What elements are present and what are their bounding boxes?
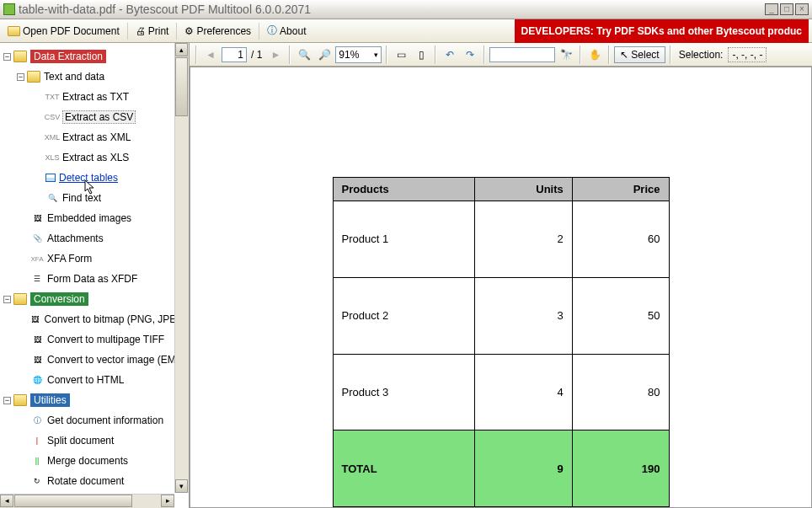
- search-button[interactable]: 🔭: [557, 45, 575, 64]
- search-input[interactable]: [489, 47, 555, 62]
- tree-conversion[interactable]: − Conversion: [2, 289, 187, 309]
- sidebar-vscrollbar[interactable]: ▴ ▾: [174, 43, 189, 493]
- selection-label: Selection:: [676, 49, 727, 61]
- node-label: Extract as XML: [62, 131, 131, 143]
- zoom-select[interactable]: 91% ▾: [335, 46, 382, 63]
- collapse-icon[interactable]: −: [3, 296, 11, 303]
- collapse-icon[interactable]: −: [3, 397, 11, 404]
- developers-banner[interactable]: DEVELOPERS: Try PDF SDKs and other Bytes…: [515, 19, 809, 43]
- cell-units: 2: [474, 201, 572, 278]
- open-pdf-button[interactable]: Open PDF Document: [3, 24, 124, 39]
- fit-page-button[interactable]: ▭: [392, 45, 410, 64]
- table-row: Product 3 4 80: [333, 354, 669, 430]
- tree-attachments[interactable]: 📎 Attachments: [2, 228, 187, 249]
- select-tool-button[interactable]: ↖ Select: [614, 46, 665, 63]
- binoculars-icon: 🔭: [560, 49, 573, 61]
- zoom-out-button[interactable]: 🔍: [295, 45, 313, 64]
- node-label: Convert to multipage TIFF: [47, 334, 164, 345]
- cell-price: 60: [572, 201, 669, 278]
- tree-extract-csv[interactable]: CSV Extract as CSV: [2, 107, 187, 127]
- fit-width-button[interactable]: ▯: [412, 45, 430, 64]
- scroll-up-icon[interactable]: ▴: [175, 43, 188, 56]
- folder-icon: [13, 293, 27, 305]
- app-icon: [3, 3, 15, 15]
- tree-find-text[interactable]: 🔍 Find text: [2, 188, 187, 208]
- node-label: Get document information: [47, 414, 163, 426]
- tree-extract-txt[interactable]: TXT Extract as TXT: [2, 87, 187, 107]
- minimize-button[interactable]: _: [765, 3, 778, 15]
- page-input[interactable]: [222, 47, 247, 62]
- folder-icon: [27, 71, 40, 83]
- tree-conv-html[interactable]: 🌐 Convert to HTML: [2, 370, 187, 390]
- tree-split[interactable]: | Split document: [2, 430, 187, 451]
- tree-xfa-form[interactable]: XFA XFA Form: [2, 249, 187, 269]
- tree-detect-tables[interactable]: Detect tables: [2, 168, 187, 188]
- node-label: Convert to bitmap (PNG, JPEG,: [45, 313, 187, 325]
- collapse-icon[interactable]: −: [17, 73, 24, 81]
- arrow-right-icon: ►: [270, 49, 280, 61]
- node-label: Extract as TXT: [62, 91, 129, 103]
- rotate-ccw-icon: ↶: [446, 49, 454, 61]
- cell-total-price: 190: [572, 430, 669, 507]
- node-label: Split document: [47, 435, 114, 447]
- tree-merge[interactable]: || Merge documents: [2, 451, 187, 471]
- tree-conv-vector[interactable]: 🖼 Convert to vector image (EMF): [2, 350, 187, 370]
- rotate-icon: ↻: [30, 475, 44, 487]
- txt-icon: TXT: [45, 91, 59, 103]
- paperclip-icon: 📎: [30, 233, 44, 244]
- chevron-down-icon: ▾: [374, 51, 378, 59]
- col-price: Price: [572, 178, 669, 201]
- preferences-button[interactable]: ⚙ Preferences: [180, 24, 255, 39]
- node-label: Convert to HTML: [47, 374, 124, 386]
- hand-tool-button[interactable]: ✋: [585, 45, 604, 64]
- next-page-button[interactable]: ►: [266, 45, 285, 64]
- gear-icon: ⚙: [184, 25, 194, 37]
- window-title: table-with-data.pdf - Bytescout PDF Mult…: [19, 3, 311, 16]
- node-label: Rotate document: [47, 475, 124, 487]
- node-label: Merge documents: [47, 455, 128, 467]
- cell-product: Product 1: [333, 201, 474, 278]
- rotate-cw-button[interactable]: ↷: [461, 45, 479, 64]
- collapse-icon[interactable]: −: [3, 53, 11, 61]
- xfa-icon: XFA: [30, 253, 44, 265]
- scroll-left-icon[interactable]: ◂: [0, 495, 13, 507]
- tree-data-extraction[interactable]: − Data Extraction: [2, 46, 187, 67]
- about-button[interactable]: ⓘ About: [263, 22, 310, 40]
- rotate-ccw-button[interactable]: ↶: [441, 45, 459, 64]
- folder-icon: [13, 394, 27, 406]
- cat-label: Data Extraction: [30, 50, 106, 63]
- image-icon: 🖼: [30, 212, 44, 224]
- zoom-in-icon: 🔎: [318, 49, 331, 61]
- maximize-button[interactable]: □: [780, 3, 793, 15]
- rotate-cw-icon: ↷: [466, 49, 474, 61]
- node-label: Attachments: [47, 233, 104, 244]
- close-button[interactable]: ×: [795, 3, 809, 15]
- scroll-thumb[interactable]: [175, 57, 188, 116]
- xls-icon: XLS: [45, 152, 59, 163]
- tree-rotate[interactable]: ↻ Rotate document: [2, 471, 187, 491]
- print-button[interactable]: 🖨 Print: [131, 24, 174, 39]
- node-label: XFA Form: [47, 253, 92, 265]
- tree-embedded-images[interactable]: 🖼 Embedded images: [2, 208, 187, 228]
- document-view[interactable]: Products Units Price Product 1 2 60 Prod…: [190, 67, 812, 508]
- tree-extract-xls[interactable]: XLS Extract as XLS: [2, 147, 187, 168]
- zoom-in-button[interactable]: 🔎: [315, 45, 334, 64]
- scroll-down-icon[interactable]: ▾: [175, 479, 188, 493]
- vector-icon: 🖼: [30, 354, 44, 366]
- tree-extract-xml[interactable]: XML Extract as XML: [2, 127, 187, 147]
- prev-page-button[interactable]: ◄: [201, 45, 220, 64]
- tree-conv-tiff[interactable]: 🖼 Convert to multipage TIFF: [2, 329, 187, 350]
- tree-form-data[interactable]: ☰ Form Data as XFDF: [2, 269, 187, 289]
- tree-text-and-data[interactable]: − Text and data: [2, 67, 187, 87]
- cell-total-label: TOTAL: [333, 430, 474, 507]
- tree-utilities[interactable]: − Utilities: [2, 390, 187, 410]
- scroll-right-icon[interactable]: ▸: [161, 495, 174, 507]
- tree-conv-bitmap[interactable]: 🖼 Convert to bitmap (PNG, JPEG,: [2, 309, 187, 329]
- sidebar-hscrollbar[interactable]: ◂ ▸: [0, 494, 174, 508]
- scroll-thumb[interactable]: [14, 495, 132, 507]
- zoom-value: 91%: [339, 49, 374, 61]
- fit-page-icon: ▭: [397, 49, 406, 61]
- table-row: Product 1 2 60: [333, 201, 669, 278]
- col-products: Products: [333, 178, 474, 201]
- tree-get-info[interactable]: ⓘ Get document information: [2, 410, 187, 430]
